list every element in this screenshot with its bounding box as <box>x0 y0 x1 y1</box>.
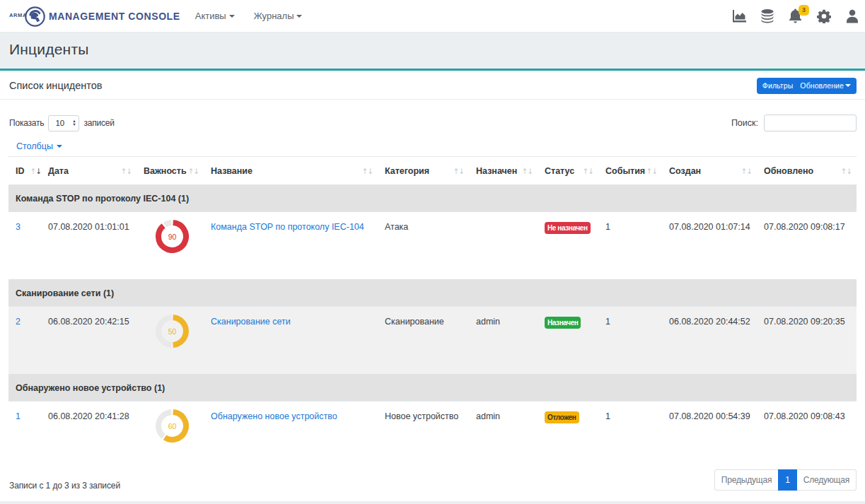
incident-assignee: admin <box>476 317 500 327</box>
importance-gauge: 90 <box>156 220 189 253</box>
cell-id: 2 <box>8 307 41 375</box>
cell-gauge: 90 <box>137 212 204 280</box>
cell-created: 07.08.2020 01:07:14 <box>662 212 757 280</box>
sort-icon: ↑↓ <box>521 166 533 175</box>
brand-logo[interactable]: ARMA MANAGEMENT CONSOLE <box>9 5 180 27</box>
cell-title: Обнаружено новое устройство <box>204 402 378 469</box>
records-label: записей <box>83 118 114 128</box>
cell-cat: Сканирование <box>378 307 469 375</box>
incident-id-link[interactable]: 3 <box>16 222 21 232</box>
page-size-select[interactable]: 10 <box>48 115 79 131</box>
svg-text:50: 50 <box>168 327 177 336</box>
cell-assign: admin <box>469 402 538 469</box>
column-header-6[interactable]: Назначен↑↓ <box>469 157 538 185</box>
cell-title: Команда STOP по протоколу IEC-104 <box>204 212 378 280</box>
cell-status: Отложен <box>538 402 598 469</box>
column-header-4[interactable]: Название↑↓ <box>204 157 378 185</box>
sort-icon: ↑↓ <box>582 166 593 175</box>
menu-assets-label: Активы <box>195 11 226 21</box>
column-header-10[interactable]: Обновлено↑↓ <box>757 157 857 185</box>
column-header-5[interactable]: Категория↑↓ <box>378 157 469 185</box>
incident-title-link[interactable]: Команда STOP по протоколу IEC-104 <box>211 222 364 232</box>
column-label: Категория <box>385 166 429 176</box>
cell-events: 1 <box>598 307 662 375</box>
group-header-label: Сканирование сети (1) <box>8 280 857 307</box>
panel-header: Список инцидентов Фильтры Обновление <box>0 71 865 100</box>
filters-button[interactable]: Фильтры <box>757 78 797 94</box>
cell-assign <box>469 212 538 280</box>
settings-gear-icon[interactable] <box>816 8 831 24</box>
incident-row-id-3: 307.08.2020 01:01:0190Команда STOP по пр… <box>8 212 857 280</box>
incident-category: Новое устройство <box>385 411 458 421</box>
menu-journals[interactable]: Журналы <box>254 6 303 25</box>
panel-title: Список инцидентов <box>9 80 103 91</box>
notifications-badge: 3 <box>799 5 809 16</box>
columns-dropdown-button[interactable]: Столбцы <box>16 141 62 151</box>
incident-created: 07.08.2020 00:54:39 <box>669 411 750 421</box>
status-badge: Отложен <box>545 411 579 423</box>
user-profile-icon[interactable] <box>844 8 859 24</box>
cell-date: 06.08.2020 20:42:15 <box>41 307 137 375</box>
database-icon[interactable] <box>760 8 774 24</box>
incident-id-link[interactable]: 2 <box>16 317 21 327</box>
column-label: Назначен <box>476 166 517 176</box>
column-label: События <box>605 166 645 176</box>
sort-icon: ↑↓ <box>187 166 199 175</box>
svg-text:90: 90 <box>168 233 177 241</box>
sort-icon: ↑↓ <box>120 166 132 175</box>
page-title: Инциденты <box>9 41 89 58</box>
cell-id: 3 <box>8 212 41 280</box>
pagination-page-1[interactable]: 1 <box>778 469 796 491</box>
pagination: Предыдущая 1 Следующая <box>714 469 857 491</box>
column-header-2[interactable]: Дата↑↓ <box>41 157 137 185</box>
group-header-label: Команда STOP по протоколу IEC-104 (1) <box>8 185 857 212</box>
cell-gauge: 50 <box>137 307 204 375</box>
refresh-dropdown-button[interactable]: Обновление <box>796 78 857 94</box>
incident-created: 07.08.2020 01:07:14 <box>669 222 750 232</box>
cell-updated: 07.08.2020 09:08:17 <box>757 212 857 280</box>
search-control: Поиск: <box>731 115 857 131</box>
incident-title-link[interactable]: Сканирование сети <box>211 317 291 327</box>
cell-date: 06.08.2020 20:41:28 <box>41 402 137 469</box>
incident-events-count: 1 <box>605 411 610 421</box>
search-input[interactable] <box>764 115 857 131</box>
notifications-bell-icon[interactable]: 3 <box>788 8 803 24</box>
column-header-7[interactable]: Статус↑↓ <box>538 157 598 185</box>
column-label: Название <box>211 166 252 176</box>
pagination-previous[interactable]: Предыдущая <box>714 469 778 491</box>
group-header-row-1: Команда STOP по протоколу IEC-104 (1) <box>8 185 857 212</box>
sort-icon: ↑↓ <box>741 166 752 175</box>
cell-status: Не назначен <box>538 212 598 280</box>
sort-icon: ↑↓ <box>646 166 657 175</box>
columns-button-label: Столбцы <box>16 141 53 151</box>
table-controls: Показать 10 ▲▼ записей Поиск: <box>0 100 865 131</box>
column-header-8[interactable]: События↑↓ <box>598 157 662 185</box>
svg-text:60: 60 <box>168 422 177 430</box>
pagination-next[interactable]: Следующая <box>797 469 857 491</box>
page-header: Инциденты <box>0 33 865 71</box>
incident-row-id-2: 206.08.2020 20:42:1550Сканирование сетиС… <box>8 307 857 375</box>
incident-id-link[interactable]: 1 <box>16 411 21 421</box>
column-label: ID <box>16 166 25 176</box>
page-length-control: Показать 10 ▲▼ записей <box>9 115 115 131</box>
columns-row: Столбцы <box>0 131 865 151</box>
top-navbar: ARMA MANAGEMENT CONSOLE Активы Журналы <box>0 0 865 33</box>
incident-row-id-1: 106.08.2020 20:41:2860Обнаружено новое у… <box>8 402 857 469</box>
table-head: ID↑↓Дата↑↓Важность↑↓Название↑↓Категория↑… <box>8 157 857 185</box>
incident-date: 06.08.2020 20:41:28 <box>48 411 129 421</box>
incident-events-count: 1 <box>605 222 610 232</box>
brand-title: MANAGEMENT CONSOLE <box>49 11 180 22</box>
show-label: Показать <box>9 118 44 128</box>
column-header-1[interactable]: ID↑↓ <box>8 157 41 185</box>
column-label: Статус <box>545 166 574 176</box>
cell-status: Назначен <box>538 307 598 375</box>
cell-created: 07.08.2020 00:54:39 <box>662 402 757 469</box>
column-header-3[interactable]: Важность↑↓ <box>137 157 204 185</box>
status-badge: Не назначен <box>545 222 591 234</box>
column-header-9[interactable]: Создан↑↓ <box>662 157 757 185</box>
cell-cat: Новое устройство <box>378 402 469 469</box>
dashboard-chart-icon[interactable] <box>731 8 746 24</box>
incident-title-link[interactable]: Обнаружено новое устройство <box>211 411 337 421</box>
sort-icon: ↑↓ <box>840 166 852 175</box>
menu-assets[interactable]: Активы <box>195 6 235 25</box>
